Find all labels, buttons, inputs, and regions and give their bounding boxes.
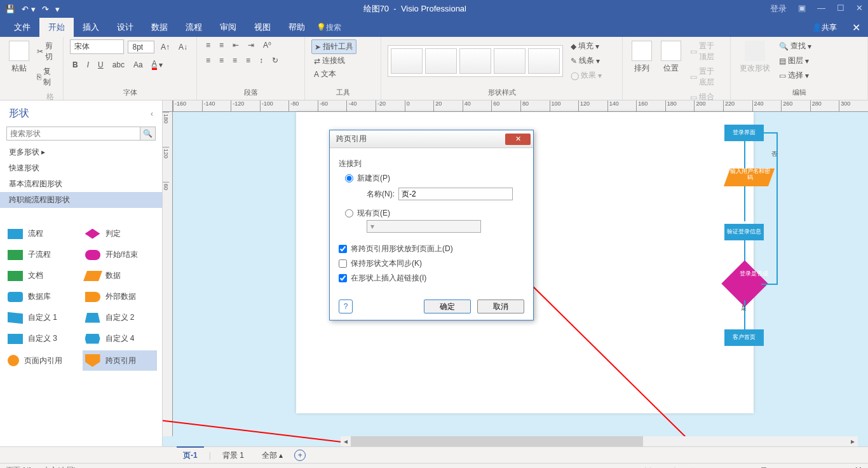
horizontal-scrollbar[interactable]: ◂ ▸ [341, 436, 858, 446]
connector[interactable] [744, 141, 745, 169]
shape-data[interactable]: 数据 [83, 266, 158, 285]
tab-home[interactable]: 开始 [39, 18, 74, 37]
sync-text-checkbox[interactable] [339, 259, 347, 268]
tab-review[interactable]: 审阅 [211, 18, 245, 37]
page-tab-background[interactable]: 背景 1 [216, 446, 250, 464]
flowchart-verify[interactable]: 验证登录信息 [724, 224, 764, 240]
qat-more-icon[interactable]: ▾ [55, 4, 60, 14]
position-button[interactable]: 位置 [658, 39, 684, 104]
tab-view[interactable]: 视图 [245, 18, 280, 37]
copy-button[interactable]: ⎘ 复制 [34, 65, 57, 89]
shape-onpage-ref[interactable]: 页面内引用 [5, 350, 80, 371]
line-spacing-icon[interactable]: ↕ [257, 55, 266, 66]
fill-button[interactable]: ◆ 填充 ▾ [568, 39, 604, 53]
layers-button[interactable]: ▤ 图层 ▾ [776, 54, 814, 67]
line-button[interactable]: ✎ 线条 ▾ [568, 54, 604, 67]
shape-custom2[interactable]: 自定义 2 [83, 308, 158, 327]
basic-flowchart-category[interactable]: 基本流程图形状 [0, 176, 162, 192]
help-button[interactable]: ? [339, 299, 353, 313]
minimize-icon[interactable]: — [817, 3, 825, 15]
tell-me-search[interactable]: 💡 搜索 [316, 22, 341, 33]
flowchart-decision[interactable]: 登录是否成 [728, 267, 761, 300]
style-preview[interactable] [528, 48, 560, 74]
shape-custom1[interactable]: 自定义 1 [5, 308, 80, 327]
place-shape-checkbox[interactable] [339, 245, 347, 253]
redo-icon[interactable]: ↷ [42, 4, 49, 14]
undo-icon[interactable]: ↶ ▾ [22, 4, 36, 14]
tab-data[interactable]: 数据 [142, 18, 177, 37]
pointer-tool-button[interactable]: ➤ 指针工具 [311, 39, 356, 54]
cut-button[interactable]: ✂ 剪切 [34, 39, 57, 64]
style-preview[interactable] [459, 48, 491, 74]
tab-design[interactable]: 设计 [108, 18, 142, 37]
shape-extdata[interactable]: 外部数据 [83, 287, 158, 306]
rotate-text-icon[interactable]: ↻ [269, 55, 281, 66]
connector[interactable] [761, 132, 778, 134]
page-name-input[interactable] [398, 188, 513, 200]
collapse-ribbon-icon[interactable]: ✕ [844, 22, 868, 34]
strikethrough-button[interactable]: abc [110, 59, 127, 71]
collapse-panel-icon[interactable]: ‹ [151, 109, 153, 118]
tab-insert[interactable]: 插入 [74, 18, 108, 37]
effects-button[interactable]: ◯ 效果 ▾ [568, 69, 604, 82]
language-indicator[interactable]: 中文(中国) [43, 465, 76, 468]
align-right-icon[interactable]: ≡ [230, 55, 240, 66]
scrollbar-thumb[interactable] [351, 436, 643, 446]
underline-button[interactable]: U [95, 59, 106, 71]
shape-offpage-ref[interactable]: 跨页引用 [83, 350, 158, 371]
search-icon[interactable]: 🔍 [140, 127, 156, 141]
find-button[interactable]: 🔍 查找 ▾ [776, 39, 814, 53]
login-link[interactable]: 登录 [770, 3, 787, 15]
numbering-icon[interactable]: ≡ [217, 39, 226, 51]
font-name-combo[interactable]: 宋体 [70, 39, 124, 54]
shape-decision[interactable]: 判定 [83, 224, 158, 243]
search-shapes-input[interactable] [6, 127, 140, 141]
connector[interactable] [761, 284, 778, 285]
indent-decrease-icon[interactable]: ⇤ [230, 39, 241, 51]
more-shapes-category[interactable]: 更多形状 ▸ [0, 144, 162, 160]
character-spacing-button[interactable]: Aa [131, 59, 146, 71]
connector-tool-button[interactable]: ⇄ 连接线 [311, 54, 348, 67]
ok-button[interactable]: 确定 [424, 299, 471, 313]
align-left-icon[interactable]: ≡ [203, 55, 213, 66]
shape-custom4[interactable]: 自定义 4 [83, 329, 158, 348]
scroll-right-icon[interactable]: ▸ [848, 436, 858, 446]
hyperlink-checkbox[interactable] [339, 274, 347, 282]
font-color-button[interactable]: A ▾ [149, 58, 165, 71]
justify-icon[interactable]: ≡ [243, 55, 253, 66]
page-tab-all[interactable]: 全部 ▴ [255, 446, 289, 464]
shape-database[interactable]: 数据库 [5, 287, 80, 306]
connector[interactable] [744, 186, 745, 221]
shape-process[interactable]: 流程 [5, 224, 80, 243]
bold-button[interactable]: B [70, 59, 81, 71]
indent-increase-icon[interactable]: ⇥ [245, 39, 257, 51]
page-indicator[interactable]: 页面 1/1 [6, 465, 32, 468]
add-page-button[interactable]: + [294, 450, 306, 461]
page-tab-1[interactable]: 页-1 [177, 446, 204, 464]
quick-shapes-category[interactable]: 快速形状 [0, 160, 162, 176]
shape-startend[interactable]: 开始/结束 [83, 245, 158, 264]
tab-process[interactable]: 流程 [177, 18, 211, 37]
decrease-font-icon[interactable]: A↓ [176, 41, 190, 53]
share-button[interactable]: 👤 共享 [804, 22, 844, 33]
tab-help[interactable]: 帮助 [280, 18, 314, 37]
new-page-radio[interactable] [345, 174, 353, 182]
flowchart-home[interactable]: 客户首页 [724, 329, 764, 346]
scroll-left-icon[interactable]: ◂ [341, 436, 351, 446]
arrange-button[interactable]: 排列 [629, 39, 654, 104]
cancel-button[interactable]: 取消 [477, 299, 524, 313]
shape-subprocess[interactable]: 子流程 [5, 245, 80, 264]
clear-formatting-icon[interactable]: A⁰ [261, 39, 274, 51]
cross-functional-category[interactable]: 跨职能流程图形状 [0, 192, 162, 208]
maximize-icon[interactable]: ☐ [837, 3, 844, 15]
send-back-button[interactable]: ▭ 置于底层 [688, 65, 724, 89]
close-icon[interactable]: ✕ [856, 3, 863, 15]
flowchart-input[interactable]: 输入用户名和密码 [727, 169, 771, 186]
shape-custom3[interactable]: 自定义 3 [5, 329, 80, 348]
change-shape-button[interactable]: 更改形状 [737, 39, 773, 82]
style-preview[interactable] [425, 48, 457, 74]
font-size-combo[interactable]: 8pt [128, 41, 154, 53]
save-icon[interactable]: 💾 [5, 4, 15, 14]
italic-button[interactable]: I [85, 59, 92, 71]
style-preview[interactable] [494, 48, 526, 74]
